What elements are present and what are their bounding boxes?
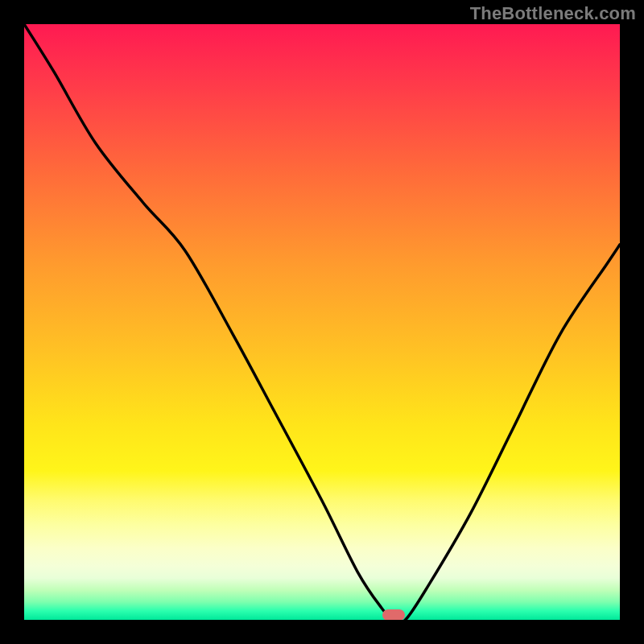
optimum-marker — [382, 609, 405, 620]
chart-container: TheBottleneck.com — [0, 0, 644, 644]
plot-background-gradient — [24, 24, 620, 620]
watermark-text: TheBottleneck.com — [470, 3, 636, 24]
plot-area — [24, 24, 620, 620]
